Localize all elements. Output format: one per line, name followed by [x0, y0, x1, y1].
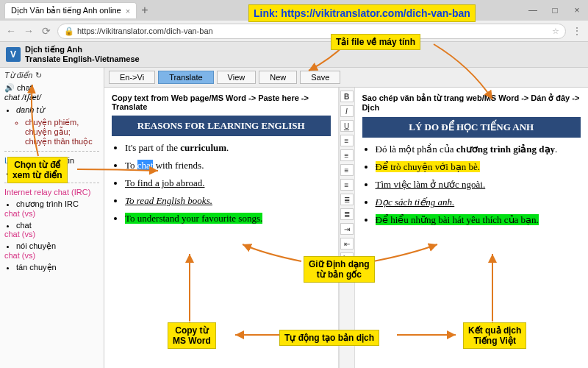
ordered-list-icon[interactable]: ≣ — [340, 208, 354, 220]
callout-copy: Copy từMS Word — [168, 322, 216, 349]
source-title: REASONS FOR LEARNING ENGLISH — [112, 116, 331, 136]
page-title: Dịch tiếng Anh Translate English-Vietnam… — [25, 45, 140, 64]
headword: chat — [17, 83, 32, 92]
unordered-list-icon[interactable]: ≣ — [340, 194, 354, 205]
list-item: To find a job abroad. — [125, 177, 331, 189]
bookmark-icon[interactable]: ☆ — [552, 26, 559, 36]
outdent-icon[interactable]: ⇤ — [340, 238, 354, 250]
phonetic: chat /tʃæt/ — [4, 93, 41, 102]
pos-noun: danh từ — [16, 105, 99, 115]
callout-dict: Chọn từ đểxem từ điển — [7, 157, 68, 183]
target-title: LÝ DO ĐỂ HỌC TIẾNG ANH — [362, 117, 581, 138]
target-hint: Sao chép văn bản từ trang web/MS Word ->… — [362, 93, 581, 113]
irc-sense: chương trình IRC — [16, 199, 99, 209]
dict-header: Từ điển ↻ — [4, 71, 99, 80]
irc-label: Internet relay chat (IRC) — [4, 188, 99, 197]
logo-icon: V — [6, 47, 21, 62]
callout-link: Link: https://vikitranslator.com/dich-va… — [248, 4, 476, 22]
back-icon[interactable]: ← — [4, 25, 18, 37]
page-header: V Dịch tiếng Anh Translate English-Vietn… — [0, 42, 588, 68]
selected-word[interactable]: chat — [137, 160, 154, 171]
lock-icon: 🔒 — [64, 26, 74, 36]
window-controls: — □ × — [522, 5, 588, 15]
list-item: Để hiểu những bài hát yêu thích của bạn. — [376, 214, 581, 226]
chat-vs-2: chat (vs) — [4, 230, 99, 238]
menu-icon[interactable]: ⋮ — [570, 25, 584, 37]
source-pane[interactable]: Copy text from Web page/MS Word -> Paste… — [104, 88, 339, 368]
indent-icon[interactable]: ⇥ — [340, 223, 354, 235]
source-hint: Copy text from Web page/MS Word -> Paste… — [112, 93, 331, 111]
align-center-icon[interactable]: ≡ — [340, 149, 354, 161]
source-list: It's part of the curriculum. To chat wit… — [125, 142, 331, 224]
chat-vs-3: chat (vs) — [4, 251, 99, 260]
url-text: https://vikitranslator.com/dich-van-ban — [77, 26, 213, 35]
save-button[interactable]: Save — [300, 71, 340, 84]
forward-icon[interactable]: → — [22, 25, 35, 37]
align-left-icon[interactable]: ≡ — [340, 135, 354, 146]
maximize-icon[interactable]: □ — [544, 5, 566, 15]
address-bar: ← → ⟳ 🔒 https://vikitranslator.com/dich-… — [0, 21, 588, 41]
new-tab-button[interactable]: + — [141, 4, 148, 17]
speaker-icon[interactable]: 🔊 — [4, 83, 15, 92]
chat-vs-1: chat (vs) — [4, 209, 99, 218]
target-list: Đó là một phần của chương trình giảng dạ… — [376, 144, 581, 226]
list-item: To chat with friends. — [125, 160, 331, 171]
list-item: To understand your favourite songs. — [125, 213, 331, 224]
browser-tab[interactable]: Dịch Văn bản tiếng Anh online × — [4, 2, 137, 18]
close-icon[interactable]: × — [126, 7, 130, 15]
list-item: Để trò chuyện với bạn bè. — [376, 161, 581, 173]
align-justify-icon[interactable]: ≡ — [340, 179, 354, 191]
reload-icon[interactable]: ⟳ — [40, 25, 53, 37]
sense-noun: chuyện phiếm, chuyện gẫu; chuyện thân th… — [25, 118, 99, 146]
lang-direction-button[interactable]: En->Vi — [109, 71, 155, 84]
callout-format: Giữ Định dạngtừ bản gốc — [304, 256, 375, 283]
underline-button[interactable]: U — [340, 120, 354, 132]
close-window-icon[interactable]: × — [566, 5, 588, 15]
translate-button[interactable]: Translate — [158, 71, 213, 84]
view-button[interactable]: View — [217, 71, 257, 84]
dict-label: Từ điển — [4, 71, 32, 80]
url-input[interactable]: 🔒 https://vikitranslator.com/dich-van-ba… — [57, 24, 566, 39]
new-button[interactable]: New — [259, 71, 297, 84]
list-item: Đó là một phần của chương trình giảng dạ… — [376, 144, 581, 155]
bold-button[interactable]: B — [340, 91, 354, 102]
toolbar: En->Vi Translate View New Save — [104, 68, 588, 88]
callout-auto: Tự động tạo bản dịch — [279, 330, 379, 346]
list-item: It's part of the curriculum. — [125, 142, 331, 154]
sidebar-dictionary: Từ điển ↻ 🔊 chat chat /tʃæt/ danh từ chu… — [0, 68, 104, 368]
minimize-icon[interactable]: — — [522, 5, 544, 15]
tab-title: Dịch Văn bản tiếng Anh online — [11, 6, 121, 15]
format-toolbar: B I U ≡ ≡ ≡ ≡ ≣ ≣ ⇥ ⇤ h¹ — [339, 88, 355, 368]
list-item: Tìm việc làm ở nước ngoài. — [376, 179, 581, 191]
list-item: Đọc sách tiếng anh. — [376, 197, 581, 208]
italic-button[interactable]: I — [340, 105, 354, 117]
callout-save: Tải file về máy tính — [331, 34, 420, 50]
list-item: To read English books. — [125, 195, 331, 207]
align-right-icon[interactable]: ≡ — [340, 164, 354, 176]
refresh-icon[interactable]: ↻ — [35, 71, 42, 80]
callout-result: Kết quả dịchTiếng Việt — [463, 322, 526, 349]
